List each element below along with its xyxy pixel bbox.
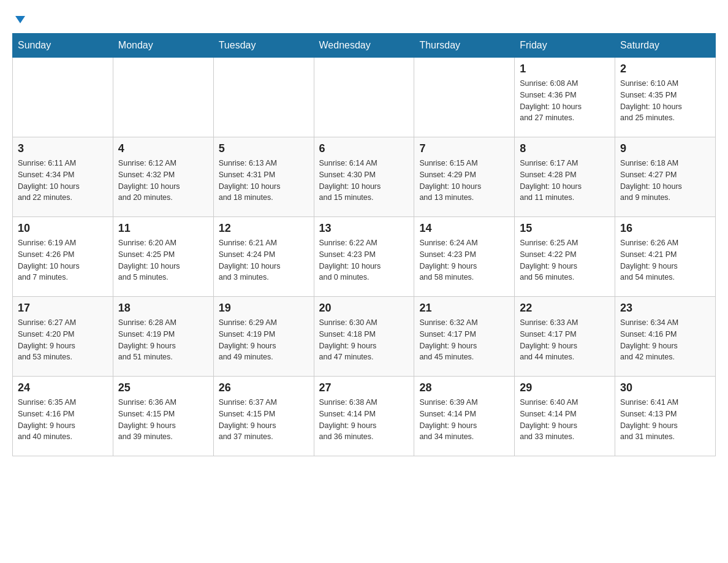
calendar-cell: 18Sunrise: 6:28 AM Sunset: 4:19 PM Dayli…: [113, 297, 213, 377]
calendar-week-row: 1Sunrise: 6:08 AM Sunset: 4:36 PM Daylig…: [13, 58, 716, 137]
calendar-cell: 13Sunrise: 6:22 AM Sunset: 4:23 PM Dayli…: [314, 217, 414, 297]
calendar-cell: 9Sunrise: 6:18 AM Sunset: 4:27 PM Daylig…: [615, 137, 716, 217]
day-info: Sunrise: 6:20 AM Sunset: 4:25 PM Dayligh…: [118, 237, 208, 283]
calendar-cell: 22Sunrise: 6:33 AM Sunset: 4:17 PM Dayli…: [515, 297, 615, 377]
day-number: 14: [419, 222, 509, 235]
day-info: Sunrise: 6:32 AM Sunset: 4:17 PM Dayligh…: [419, 317, 509, 363]
header-saturday: Saturday: [615, 34, 716, 58]
day-info: Sunrise: 6:33 AM Sunset: 4:17 PM Dayligh…: [520, 317, 610, 363]
day-info: Sunrise: 6:26 AM Sunset: 4:21 PM Dayligh…: [620, 237, 710, 283]
day-number: 8: [520, 142, 610, 155]
day-info: Sunrise: 6:21 AM Sunset: 4:24 PM Dayligh…: [219, 237, 309, 283]
calendar-table: Sunday Monday Tuesday Wednesday Thursday…: [12, 33, 716, 456]
day-number: 26: [219, 381, 309, 394]
day-info: Sunrise: 6:30 AM Sunset: 4:18 PM Dayligh…: [319, 317, 409, 363]
day-number: 30: [620, 381, 710, 394]
calendar-week-row: 24Sunrise: 6:35 AM Sunset: 4:16 PM Dayli…: [13, 377, 716, 456]
day-number: 19: [219, 302, 309, 315]
calendar-cell: 10Sunrise: 6:19 AM Sunset: 4:26 PM Dayli…: [13, 217, 113, 297]
day-number: 7: [419, 142, 509, 155]
day-number: 24: [18, 381, 108, 394]
day-number: 29: [520, 381, 610, 394]
calendar-cell: 17Sunrise: 6:27 AM Sunset: 4:20 PM Dayli…: [13, 297, 113, 377]
calendar-cell: 1Sunrise: 6:08 AM Sunset: 4:36 PM Daylig…: [515, 58, 615, 137]
day-info: Sunrise: 6:12 AM Sunset: 4:32 PM Dayligh…: [118, 158, 208, 204]
day-number: 25: [118, 381, 208, 394]
header-thursday: Thursday: [414, 34, 515, 58]
day-info: Sunrise: 6:39 AM Sunset: 4:14 PM Dayligh…: [419, 397, 509, 443]
day-info: Sunrise: 6:15 AM Sunset: 4:29 PM Dayligh…: [419, 158, 509, 204]
calendar-cell: 8Sunrise: 6:17 AM Sunset: 4:28 PM Daylig…: [515, 137, 615, 217]
header-sunday: Sunday: [13, 34, 113, 58]
day-number: 21: [419, 302, 509, 315]
day-info: Sunrise: 6:22 AM Sunset: 4:23 PM Dayligh…: [319, 237, 409, 283]
calendar-cell: 11Sunrise: 6:20 AM Sunset: 4:25 PM Dayli…: [113, 217, 213, 297]
day-info: Sunrise: 6:35 AM Sunset: 4:16 PM Dayligh…: [18, 397, 108, 443]
weekday-header-row: Sunday Monday Tuesday Wednesday Thursday…: [13, 34, 716, 58]
calendar-cell: 12Sunrise: 6:21 AM Sunset: 4:24 PM Dayli…: [213, 217, 314, 297]
calendar-cell: 3Sunrise: 6:11 AM Sunset: 4:34 PM Daylig…: [13, 137, 113, 217]
day-number: 20: [319, 302, 409, 315]
day-number: 4: [118, 142, 208, 155]
day-info: Sunrise: 6:13 AM Sunset: 4:31 PM Dayligh…: [219, 158, 309, 204]
day-info: Sunrise: 6:37 AM Sunset: 4:15 PM Dayligh…: [219, 397, 309, 443]
calendar-cell: 15Sunrise: 6:25 AM Sunset: 4:22 PM Dayli…: [515, 217, 615, 297]
calendar-week-row: 3Sunrise: 6:11 AM Sunset: 4:34 PM Daylig…: [13, 137, 716, 217]
calendar-cell: 24Sunrise: 6:35 AM Sunset: 4:16 PM Dayli…: [13, 377, 113, 456]
day-info: Sunrise: 6:36 AM Sunset: 4:15 PM Dayligh…: [118, 397, 208, 443]
day-info: Sunrise: 6:08 AM Sunset: 4:36 PM Dayligh…: [520, 78, 610, 124]
calendar-week-row: 17Sunrise: 6:27 AM Sunset: 4:20 PM Dayli…: [13, 297, 716, 377]
calendar-week-row: 10Sunrise: 6:19 AM Sunset: 4:26 PM Dayli…: [13, 217, 716, 297]
day-number: 18: [118, 302, 208, 315]
calendar-cell: 4Sunrise: 6:12 AM Sunset: 4:32 PM Daylig…: [113, 137, 213, 217]
day-number: 22: [520, 302, 610, 315]
header-tuesday: Tuesday: [213, 34, 314, 58]
day-info: Sunrise: 6:14 AM Sunset: 4:30 PM Dayligh…: [319, 158, 409, 204]
day-number: 6: [319, 142, 409, 155]
logo: [12, 12, 26, 27]
day-number: 15: [520, 222, 610, 235]
day-number: 1: [520, 63, 610, 75]
logo-arrow-icon: [14, 13, 26, 28]
day-number: 2: [620, 63, 710, 75]
calendar-cell: [314, 58, 414, 137]
day-info: Sunrise: 6:11 AM Sunset: 4:34 PM Dayligh…: [18, 158, 108, 204]
calendar-cell: 19Sunrise: 6:29 AM Sunset: 4:19 PM Dayli…: [213, 297, 314, 377]
day-number: 5: [219, 142, 309, 155]
day-info: Sunrise: 6:28 AM Sunset: 4:19 PM Dayligh…: [118, 317, 208, 363]
header-wednesday: Wednesday: [314, 34, 414, 58]
day-number: 10: [18, 222, 108, 235]
calendar-cell: 21Sunrise: 6:32 AM Sunset: 4:17 PM Dayli…: [414, 297, 515, 377]
day-number: 27: [319, 381, 409, 394]
calendar-cell: 16Sunrise: 6:26 AM Sunset: 4:21 PM Dayli…: [615, 217, 716, 297]
day-number: 12: [219, 222, 309, 235]
day-info: Sunrise: 6:40 AM Sunset: 4:14 PM Dayligh…: [520, 397, 610, 443]
svg-marker-0: [15, 16, 25, 23]
calendar-cell: [13, 58, 113, 137]
calendar-cell: 6Sunrise: 6:14 AM Sunset: 4:30 PM Daylig…: [314, 137, 414, 217]
calendar-cell: 23Sunrise: 6:34 AM Sunset: 4:16 PM Dayli…: [615, 297, 716, 377]
calendar-cell: [213, 58, 314, 137]
day-info: Sunrise: 6:24 AM Sunset: 4:23 PM Dayligh…: [419, 237, 509, 283]
day-info: Sunrise: 6:17 AM Sunset: 4:28 PM Dayligh…: [520, 158, 610, 204]
calendar-cell: 7Sunrise: 6:15 AM Sunset: 4:29 PM Daylig…: [414, 137, 515, 217]
day-info: Sunrise: 6:41 AM Sunset: 4:13 PM Dayligh…: [620, 397, 710, 443]
calendar-cell: 28Sunrise: 6:39 AM Sunset: 4:14 PM Dayli…: [414, 377, 515, 456]
day-info: Sunrise: 6:29 AM Sunset: 4:19 PM Dayligh…: [219, 317, 309, 363]
calendar-cell: 2Sunrise: 6:10 AM Sunset: 4:35 PM Daylig…: [615, 58, 716, 137]
day-number: 17: [18, 302, 108, 315]
day-info: Sunrise: 6:27 AM Sunset: 4:20 PM Dayligh…: [18, 317, 108, 363]
calendar-cell: 26Sunrise: 6:37 AM Sunset: 4:15 PM Dayli…: [213, 377, 314, 456]
page-header: [12, 12, 716, 27]
calendar-cell: [414, 58, 515, 137]
calendar-cell: 14Sunrise: 6:24 AM Sunset: 4:23 PM Dayli…: [414, 217, 515, 297]
calendar-cell: 25Sunrise: 6:36 AM Sunset: 4:15 PM Dayli…: [113, 377, 213, 456]
day-number: 23: [620, 302, 710, 315]
day-info: Sunrise: 6:25 AM Sunset: 4:22 PM Dayligh…: [520, 237, 610, 283]
calendar-cell: 27Sunrise: 6:38 AM Sunset: 4:14 PM Dayli…: [314, 377, 414, 456]
day-info: Sunrise: 6:18 AM Sunset: 4:27 PM Dayligh…: [620, 158, 710, 204]
header-monday: Monday: [113, 34, 213, 58]
day-info: Sunrise: 6:38 AM Sunset: 4:14 PM Dayligh…: [319, 397, 409, 443]
header-friday: Friday: [515, 34, 615, 58]
day-info: Sunrise: 6:19 AM Sunset: 4:26 PM Dayligh…: [18, 237, 108, 283]
